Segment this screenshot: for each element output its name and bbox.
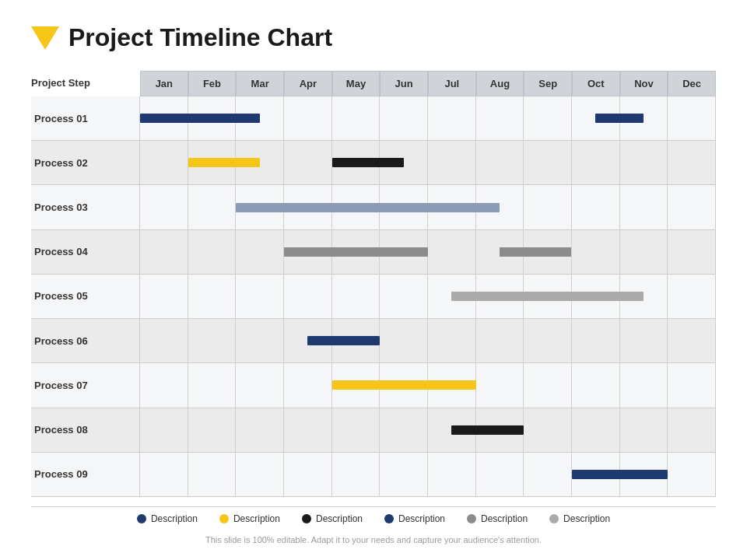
- legend-item: Description: [467, 513, 528, 524]
- gantt-cell: [620, 363, 668, 407]
- gantt-cell: [668, 408, 716, 452]
- gantt-cell: [476, 96, 524, 140]
- legend-label: Description: [481, 513, 528, 524]
- gantt-cell: [188, 363, 237, 407]
- gantt-body: Process 01Process 02Process 03Process 04…: [31, 96, 716, 497]
- gantt-cell: [428, 96, 476, 140]
- gantt-cell: [620, 185, 668, 229]
- row-label: Process 04: [31, 230, 140, 274]
- legend-dot: [219, 514, 229, 523]
- legend-item: Description: [384, 513, 445, 524]
- gantt-cell: [476, 319, 524, 362]
- gantt-cell: [620, 230, 668, 274]
- gantt-cell: [284, 363, 332, 407]
- legend-label: Description: [316, 513, 363, 524]
- gantt-cell: [620, 141, 668, 184]
- gantt-bar: [451, 425, 524, 435]
- table-row: Process 04: [31, 230, 716, 275]
- header-month-may: May: [332, 71, 381, 96]
- gantt-cell: [140, 319, 188, 362]
- legend-dot: [467, 514, 476, 523]
- gantt-cell: [284, 275, 332, 318]
- gantt-cell: [572, 408, 620, 452]
- gantt-cell: [668, 185, 716, 229]
- gantt-bar: [332, 380, 476, 390]
- gantt-cell: [380, 96, 428, 140]
- gantt-cell: [140, 230, 188, 274]
- gantt-cell: [284, 96, 332, 140]
- gantt-bar: [140, 114, 260, 123]
- gantt-cell: [236, 363, 284, 407]
- gantt-cell: [524, 453, 572, 496]
- table-row: Process 08: [31, 408, 716, 453]
- legend-label: Description: [151, 513, 198, 524]
- legend-dot: [384, 514, 394, 523]
- gantt-cell: [476, 363, 524, 407]
- gantt-cell: [668, 96, 716, 140]
- gantt-cell: [284, 453, 332, 496]
- gantt-cell: [572, 363, 620, 407]
- gantt-cell: [524, 96, 572, 140]
- legend-label: Description: [398, 513, 445, 524]
- row-label: Process 03: [31, 185, 140, 229]
- gantt-cell: [284, 230, 332, 274]
- gantt-cell: [236, 319, 284, 362]
- gantt-cell: [476, 141, 524, 184]
- legend: DescriptionDescriptionDescriptionDescrip…: [31, 506, 716, 530]
- gantt-header: Project Step JanFebMarAprMayJunJulAugSep…: [31, 71, 716, 96]
- gantt-bar: [595, 114, 644, 123]
- legend-item: Description: [549, 513, 610, 524]
- gantt-bar: [236, 203, 500, 212]
- header-label: Project Step: [31, 71, 140, 96]
- header-month-jan: Jan: [140, 71, 188, 96]
- gantt-bar: [500, 247, 572, 257]
- gantt-cell: [236, 453, 284, 496]
- gantt-cell: [332, 363, 381, 407]
- table-row: Process 06: [31, 319, 716, 363]
- gantt-cell: [572, 96, 620, 140]
- row-label: Process 07: [31, 363, 140, 407]
- gantt-cell: [620, 319, 668, 362]
- gantt-cell: [572, 453, 620, 496]
- gantt-bar: [188, 158, 261, 167]
- gantt-bar: [572, 470, 668, 479]
- gantt-cell: [188, 275, 237, 318]
- gantt-cell: [380, 319, 428, 362]
- gantt-cell: [284, 141, 332, 184]
- header-month-sep: Sep: [524, 71, 572, 96]
- row-label: Process 01: [31, 96, 140, 140]
- gantt-cell: [236, 185, 284, 229]
- gantt-cell: [524, 319, 572, 362]
- gantt-cell: [428, 230, 476, 274]
- gantt-cell: [140, 453, 188, 496]
- gantt-cell: [284, 319, 332, 362]
- gantt-cell: [428, 275, 476, 318]
- gantt-cell: [380, 275, 428, 318]
- gantt-cell: [332, 453, 381, 496]
- gantt-cell: [476, 230, 524, 274]
- gantt-cell: [428, 141, 476, 184]
- row-label: Process 09: [31, 453, 140, 496]
- legend-label: Description: [233, 513, 280, 524]
- table-row: Process 01: [31, 96, 716, 141]
- gantt-cell: [188, 141, 237, 184]
- header-month-feb: Feb: [188, 71, 237, 96]
- gantt-cell: [668, 275, 716, 318]
- header-month-aug: Aug: [476, 71, 524, 96]
- title-icon: [31, 26, 59, 50]
- header-month-oct: Oct: [572, 71, 620, 96]
- gantt-cell: [332, 408, 381, 452]
- row-label: Process 06: [31, 319, 140, 362]
- gantt-cell: [140, 185, 188, 229]
- gantt-bar: [284, 247, 428, 257]
- page-title: Project Timeline Chart: [68, 23, 332, 52]
- gantt-cell: [668, 453, 716, 496]
- legend-item: Description: [219, 513, 280, 524]
- gantt-cell: [332, 96, 381, 140]
- gantt-cell: [236, 408, 284, 452]
- gantt-cell: [380, 453, 428, 496]
- gantt-cell: [332, 141, 381, 184]
- gantt-cell: [572, 230, 620, 274]
- gantt-cell: [476, 453, 524, 496]
- gantt-cell: [188, 453, 237, 496]
